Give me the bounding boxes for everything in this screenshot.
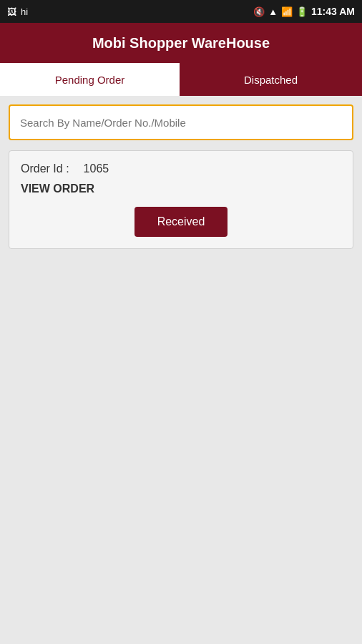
status-bar-right: 🔇 ▲ 📶 🔋 11:43 AM [253,6,355,17]
tab-bar: Pending Order Dispatched [0,63,362,96]
order-card: Order Id : 1065 VIEW ORDER Received [9,150,353,249]
signal-icon: 📶 [281,6,293,17]
mute-icon: 🔇 [253,6,265,17]
order-id-label: Order Id : [21,162,69,175]
status-bar-left: 🖼 hi [7,6,28,17]
tab-dispatched[interactable]: Dispatched [180,63,362,96]
app-bar: Mobi Shopper WareHouse [0,23,362,63]
tab-pending-order[interactable]: Pending Order [0,63,180,96]
app-icon: hi [21,6,28,17]
status-bar: 🖼 hi 🔇 ▲ 📶 🔋 11:43 AM [0,0,362,23]
received-button[interactable]: Received [134,207,228,237]
search-container [9,104,353,140]
battery-icon: 🔋 [296,6,308,17]
app-title: Mobi Shopper WareHouse [92,35,270,52]
main-content: Order Id : 1065 VIEW ORDER Received [0,96,362,644]
order-id-value: 1065 [84,162,109,175]
wifi-icon: ▲ [268,6,278,17]
image-icon: 🖼 [7,6,16,17]
received-button-container: Received [21,207,341,237]
search-input[interactable] [9,104,353,140]
status-time: 11:43 AM [311,6,355,17]
order-id-row: Order Id : 1065 [21,162,341,175]
view-order-link[interactable]: VIEW ORDER [21,182,341,195]
